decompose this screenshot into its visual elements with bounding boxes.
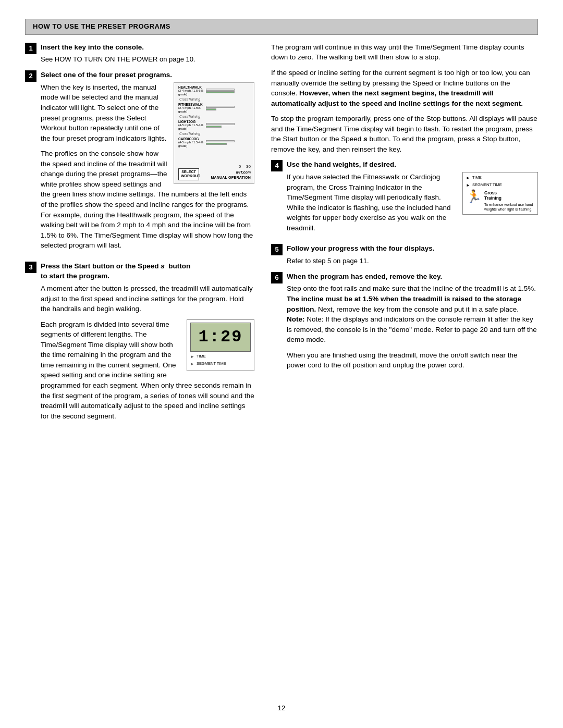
step-num-5: 5 <box>271 244 283 255</box>
right-para2: If the speed or incline setting for the … <box>271 68 538 108</box>
right-para3: To stop the program temporarily, press o… <box>271 114 538 154</box>
step-3-body1: A moment after the button is pressed, th… <box>41 283 254 314</box>
step-4: 4 Use the hand weights, if desired. ► TI… <box>271 159 538 238</box>
step-num-4: 4 <box>271 160 283 171</box>
header-title: HOW TO USE THE PRESET PROGRAMS <box>33 22 170 30</box>
console-diagram: HEALTHWALK(2-4 mph / 1.5-6% grade) Cross… <box>174 82 254 184</box>
cardiojog-item: CARDIOJOG(4-5 mph / 1.5-4% grade) <box>178 138 251 148</box>
page-number: 12 <box>0 704 563 713</box>
cross-training-box: 🏃 Cross Training To enhance workout use … <box>466 190 534 212</box>
step-3-content: Press the Start button or the Speed s bu… <box>41 261 254 426</box>
step-1-sub: See HOW TO TURN ON THE POWER on page 10. <box>41 55 254 65</box>
step-3-title: Press the Start button or the Speed s bu… <box>41 261 254 281</box>
lightjog-item: LIGHTJOG(4-5 mph / 1.5-4% grade) <box>178 120 251 131</box>
step-2-title: Select one of the four preset programs. <box>41 70 254 80</box>
profile-section: HEALTHWALK(2-4 mph / 1.5-6% grade) Cross… <box>178 86 251 162</box>
lcd-display: 1:29 <box>190 323 251 352</box>
page: HOW TO USE THE PRESET PROGRAMS 1 Insert … <box>0 0 563 728</box>
section-header: HOW TO USE THE PRESET PROGRAMS <box>25 19 538 35</box>
step-5-content: Follow your progress with the four displ… <box>287 243 538 266</box>
fitnesswalk-item: FITNESSWALK(2-4 mph / 1.5% grade) <box>178 103 251 114</box>
cross-indicators: ► TIME ► SEGMENT TIME <box>466 175 534 188</box>
step-1: 1 Insert the key into the console. See H… <box>25 42 254 65</box>
console-bottom: SELECTWORKOUT 030 iFIT.com MANUAL OPERAT… <box>178 164 251 180</box>
step-5: 5 Follow your progress with the four dis… <box>271 243 538 266</box>
time-indicator-row-2: ► SEGMENT TIME <box>190 361 251 367</box>
step-6-body: Step onto the foot rails and make sure t… <box>287 283 538 344</box>
step-num-6: 6 <box>271 272 283 283</box>
step-num-1: 1 <box>25 43 36 54</box>
step-6-title: When the program has ended, remove the k… <box>287 272 538 282</box>
step-6-content: When the program has ended, remove the k… <box>287 272 538 376</box>
step-5-title: Follow your progress with the four displ… <box>287 243 538 254</box>
left-column: 1 Insert the key into the console. See H… <box>25 42 254 431</box>
step-2-content: Select one of the four preset programs. … <box>41 70 254 256</box>
healthwalk-item: HEALTHWALK(2-4 mph / 1.5-6% grade) <box>178 86 251 96</box>
time-display-diagram: 1:29 ► TIME ► SEGMENT TIME <box>187 319 254 372</box>
step-5-sub: Refer to step 5 on page 11. <box>287 256 538 266</box>
right-column: The program will continue in this way un… <box>271 42 538 431</box>
step-6: 6 When the program has ended, remove the… <box>271 272 538 376</box>
step-6-end: When you are finished using the treadmil… <box>287 350 538 371</box>
step-2: 2 Select one of the four preset programs… <box>25 70 254 256</box>
time-indicator-row-1: ► TIME <box>190 354 251 360</box>
step-4-title: Use the hand weights, if desired. <box>287 159 538 170</box>
step-1-content: Insert the key into the console. See HOW… <box>41 42 254 65</box>
step-num-2: 2 <box>25 70 36 82</box>
step-3: 3 Press the Start button or the Speed s … <box>25 261 254 426</box>
cross-figure: 🏃 <box>466 190 482 203</box>
right-para1: The program will continue in this way un… <box>271 42 538 63</box>
step-4-content: Use the hand weights, if desired. ► TIME… <box>287 159 538 238</box>
step-num-3: 3 <box>25 262 36 273</box>
cross-training-diagram: ► TIME ► SEGMENT TIME 🏃 <box>462 172 538 215</box>
step-1-title: Insert the key into the console. <box>41 42 254 53</box>
